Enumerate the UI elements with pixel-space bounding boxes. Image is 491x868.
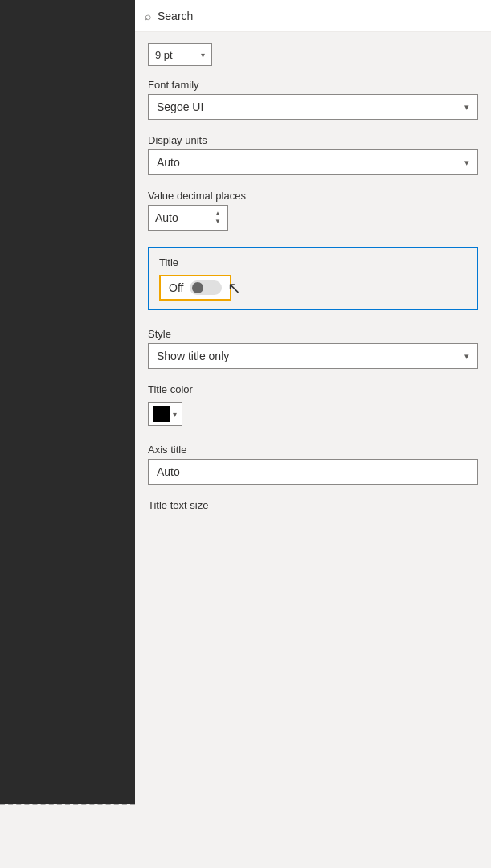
value-decimal-places-input[interactable]: Auto ▲ ▼ <box>148 205 228 231</box>
axis-title-value: Auto <box>157 465 180 478</box>
display-units-select[interactable]: Auto ▾ <box>148 149 478 175</box>
font-family-value: Segoe UI <box>157 100 464 113</box>
axis-title-label: Axis title <box>135 436 491 459</box>
font-family-select[interactable]: Segoe UI ▾ <box>148 94 478 120</box>
search-bar[interactable]: ⌕ Search <box>135 0 491 32</box>
spinner-arrows[interactable]: ▲ ▼ <box>215 210 221 225</box>
title-color-row: ▾ <box>135 399 491 429</box>
title-color-label: Title color <box>135 375 491 399</box>
style-arrow-icon: ▾ <box>464 351 469 362</box>
font-family-arrow-icon: ▾ <box>464 102 469 113</box>
toggle-track[interactable] <box>190 280 222 295</box>
style-select[interactable]: Show title only ▾ <box>148 343 478 369</box>
font-size-value: 9 pt <box>155 49 201 61</box>
chart-bottom-area <box>0 804 135 868</box>
toggle-off-label: Off <box>169 281 183 294</box>
settings-panel: ⌕ Search 9 pt ▾ Font family Segoe UI ▾ D… <box>135 0 491 868</box>
value-decimal-places-label: Value decimal places <box>135 182 491 205</box>
display-units-label: Display units <box>135 126 491 149</box>
value-decimal-places-value: Auto <box>155 211 215 224</box>
title-color-swatch <box>153 406 170 422</box>
cursor-icon: ↖ <box>227 278 241 297</box>
spinner-down-icon[interactable]: ▼ <box>215 218 221 226</box>
spinner-up-icon[interactable]: ▲ <box>215 210 221 218</box>
style-value: Show title only <box>157 350 464 362</box>
font-size-arrow-icon: ▾ <box>201 51 205 59</box>
search-icon: ⌕ <box>145 10 151 23</box>
title-section: Title Off ↖ <box>148 247 478 310</box>
style-label: Style <box>135 320 491 343</box>
title-toggle[interactable]: Off ↖ <box>159 275 231 301</box>
color-arrow-icon: ▾ <box>173 410 177 419</box>
font-family-label: Font family <box>135 71 491 94</box>
display-units-arrow-icon: ▾ <box>464 158 469 168</box>
search-label: Search <box>158 10 193 23</box>
display-units-value: Auto <box>157 156 464 169</box>
value-decimal-places-row: Auto ▲ ▼ <box>148 205 478 231</box>
title-text-size-label: Title text size <box>135 491 491 514</box>
font-size-row: 9 pt ▾ <box>135 39 491 71</box>
title-color-swatch-button[interactable]: ▾ <box>148 402 182 426</box>
axis-title-input[interactable]: Auto <box>148 459 478 485</box>
toggle-thumb <box>192 282 203 293</box>
chart-preview-panel <box>0 0 135 868</box>
title-section-label: Title <box>159 256 467 268</box>
font-size-select[interactable]: 9 pt ▾ <box>148 43 212 66</box>
